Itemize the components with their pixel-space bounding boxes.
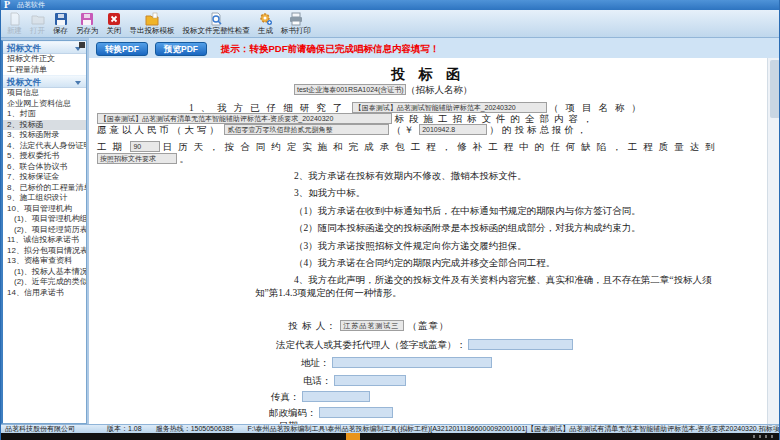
- sidebar-group-tender-docs[interactable]: 招标文件: [3, 41, 86, 54]
- quality-standard-input[interactable]: 按照招标文件要求: [97, 153, 177, 164]
- sidebar-item-legal-rep-id[interactable]: 4、法定代表人身份证明: [3, 141, 86, 152]
- save-icon: [54, 12, 68, 26]
- para1-text: ）的投标总报价，: [490, 125, 590, 135]
- para1-text: 工期: [97, 142, 128, 152]
- bidder-name-input[interactable]: 江苏品茗测试三: [340, 320, 404, 331]
- document-title: 投 标 函: [89, 66, 767, 84]
- warning-message: 提示：转换PDF前请确保已完成唱标信息内容填写！: [221, 43, 440, 56]
- toolbar-label: 保存: [53, 26, 68, 35]
- bidder-seal-hint: （盖章）: [408, 321, 450, 331]
- toolbar-label: 关闭: [107, 26, 122, 35]
- export-template-icon: [145, 12, 159, 26]
- address-input[interactable]: [332, 357, 492, 368]
- convert-pdf-button[interactable]: 转换PDF: [96, 42, 148, 56]
- generate-icon: [259, 12, 273, 26]
- address-row: 地址：: [301, 357, 492, 369]
- project-name-input[interactable]: 【国泰测试】品茗测试智能辅助评标范本_20240320: [352, 102, 547, 113]
- document-scrollbar[interactable]: [767, 58, 780, 424]
- sidebar-item-power-of-attorney[interactable]: 5、授权委托书: [3, 151, 86, 162]
- app-logo-icon: P: [4, 0, 10, 10]
- sidebar-item-bid-bond[interactable]: 7、投标保证金: [3, 172, 86, 183]
- sidebar-item-bid-letter-appendix[interactable]: 3、投标函附录: [3, 130, 86, 141]
- sidebar-item-qualification-docs[interactable]: 13、资格审查资料: [3, 256, 86, 267]
- save-as-button[interactable]: 另存为: [72, 11, 103, 35]
- fax-input[interactable]: [302, 391, 370, 402]
- section-name-input[interactable]: 【国泰测试】品茗测试有清单无范本智能辅助评标范本-资质要求_20240320: [97, 113, 392, 124]
- status-file-path: F:\泰州品茗投标编制工具\泰州品茗投标编制工具(拟标工程)[A32120111…: [247, 425, 780, 433]
- para4-line1: 4、我方在此声明，所递交的投标文件及有关资料内容完整、真实和准确，且不存在第二章…: [294, 274, 711, 286]
- app-title: 品茗软件: [17, 1, 45, 9]
- sidebar-item-boq[interactable]: 工程量清单: [3, 65, 86, 76]
- sidebar-item-pm-resume-table[interactable]: (2)、项目经理简历表: [3, 225, 86, 236]
- legal-rep-input[interactable]: [468, 339, 573, 350]
- para1-line5: 按照招标文件要求 。: [97, 153, 189, 165]
- sidebar-item-construction-design[interactable]: 9、施工组织设计: [3, 193, 86, 204]
- sidebar-item-priced-boq[interactable]: 8、已标价的工程量清单: [3, 183, 86, 194]
- sidebar-item-credit-commitment[interactable]: 14、信用承诺书: [3, 288, 86, 299]
- tenderee-name-input[interactable]: test企业海泰001RSA1024(含证书): [294, 84, 406, 95]
- sidebar-item-consortium-agreement[interactable]: 6、联合体协议书: [3, 162, 86, 173]
- sidebar-item-tender-body[interactable]: 招标文件正文: [3, 54, 86, 65]
- duration-input[interactable]: 90: [130, 141, 160, 152]
- sidebar-item-pm-org-table[interactable]: (1)、项目管理机构组成表: [3, 214, 86, 225]
- para1-text: 。: [179, 154, 189, 164]
- fax-row: 传真：: [271, 391, 370, 403]
- close-button[interactable]: 关闭: [103, 11, 126, 35]
- titlebar: P 品茗软件: [1, 0, 780, 10]
- toolbar-label: 新建: [7, 26, 22, 35]
- para3-item1: （1）我方承诺在收到中标通知书后，在中标通知书规定的期限内与你方签订合同。: [294, 205, 641, 217]
- taskbar-active-item[interactable]: [346, 433, 360, 440]
- bidder-row: 投 标 人： 江苏品茗测试三 （盖章）: [288, 320, 450, 332]
- para3: 3、如我方中标。: [294, 187, 365, 199]
- sidebar-item-bidder-basic-info[interactable]: (1)、投标人基本情况表: [3, 267, 86, 278]
- preview-pdf-button[interactable]: 预览PDF: [155, 42, 207, 56]
- sidebar-item-similar-projects[interactable]: (2)、近年完成的类似项目情: [3, 277, 86, 288]
- toolbar-label: 生成: [258, 26, 273, 35]
- save-button[interactable]: 保存: [49, 11, 72, 35]
- sidebar-item-integrity-commitment[interactable]: 11、诚信投标承诺书: [3, 235, 86, 246]
- amount-number-input[interactable]: 2010942.8: [419, 124, 487, 135]
- sidebar-group-title: 投标文件: [7, 77, 41, 87]
- integrity-check-button[interactable]: 投标文件完整性检查: [179, 11, 255, 35]
- para1-text: 日历天，按合同约定实施和完成承包工程，修补工程中的任何缺陷，工程质量达到: [163, 142, 721, 152]
- document-scrollbar-thumb[interactable]: [770, 60, 780, 118]
- postcode-row: 邮政编码：: [269, 407, 393, 419]
- bidder-label: 投 标 人：: [288, 321, 337, 331]
- sidebar-item-project-management-org[interactable]: 10、项目管理机构: [3, 204, 86, 215]
- toolbar-label: 投标文件完整性检查: [183, 26, 251, 35]
- para3-item3: （3）我方承诺按照招标文件规定向你方递交履约担保。: [294, 240, 527, 252]
- amount-in-words-input[interactable]: 贰佰零壹万零玖佰肆拾贰元捌角整: [224, 124, 389, 135]
- export-template-button[interactable]: 导出投标模板: [126, 11, 179, 35]
- sidebar-item-subcontract-plan[interactable]: 12、拟分包项目情况表: [3, 246, 86, 257]
- postcode-label: 邮政编码：: [269, 408, 317, 418]
- sidebar-item-company-online-info[interactable]: 企业网上资料信息: [3, 99, 86, 110]
- phone-input[interactable]: [334, 375, 406, 386]
- new-file-icon: [8, 12, 22, 26]
- legal-rep-row: 法定代表人或其委托代理人（签字或盖章）：: [276, 339, 573, 351]
- status-company: 品茗科技股份有限公司: [5, 425, 75, 433]
- sidebar-item-cover[interactable]: 1、封面: [3, 109, 86, 120]
- sidebar-item-bid-letter[interactable]: 2、投标函: [3, 120, 86, 131]
- para2: 2、我方承诺在投标有效期内不修改、撤销本投标文件。: [294, 170, 527, 182]
- phone-label: 电话：: [303, 376, 332, 386]
- para1-text: 1、我方已仔细研究了: [189, 103, 349, 113]
- print-icon: [289, 12, 303, 26]
- generate-button[interactable]: 生成: [254, 11, 277, 35]
- sidebar-scroll-up[interactable]: [79, 42, 85, 48]
- para1-line4: 工期 90 日历天，按合同约定实施和完成承包工程，修补工程中的任何缺陷，工程质量…: [97, 141, 721, 153]
- para1-line3: 愿意以人民币（大写） 贰佰零壹万零玖佰肆拾贰元捌角整 （￥ 2010942.8 …: [97, 124, 590, 136]
- toolbar-label: 标书打印: [281, 26, 311, 35]
- para3-item2: （2）随同本投标函递交的投标函附录是本投标函的组成部分，对我方构成约束力。: [294, 222, 641, 234]
- integrity-check-icon: [209, 12, 223, 26]
- new-button: 新建: [3, 11, 26, 35]
- save-as-icon: [80, 12, 94, 26]
- print-button[interactable]: 标书打印: [277, 11, 315, 35]
- para1-text: 愿意以人民币（大写）: [97, 125, 222, 135]
- address-label: 地址：: [301, 358, 330, 368]
- sidebar: 招标文件 招标文件正文 工程量清单 投标文件 项目信息 企业网上资料信息 1、封…: [1, 40, 87, 424]
- postcode-input[interactable]: [319, 407, 393, 418]
- toolbar-label: 另存为: [76, 26, 99, 35]
- sidebar-group-bid-docs[interactable]: 投标文件: [3, 75, 86, 88]
- phone-row: 电话：: [303, 375, 406, 387]
- sidebar-item-project-info[interactable]: 项目信息: [3, 88, 86, 99]
